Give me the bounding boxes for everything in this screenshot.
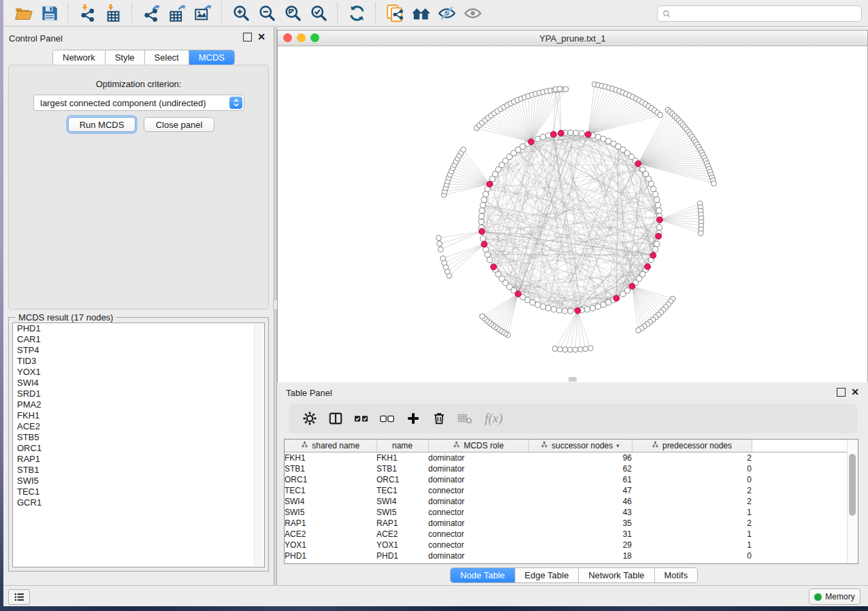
first-neighbors-icon[interactable]: [411, 3, 431, 23]
close-table-panel-icon[interactable]: ✕: [851, 389, 859, 396]
mcds-result-item[interactable]: SWI5: [13, 476, 264, 486]
control-panel-tabs: NetworkStyleSelectMCDS: [52, 50, 235, 65]
memory-button[interactable]: Memory: [809, 589, 861, 605]
mcds-result-item[interactable]: YOX1: [13, 367, 264, 378]
table-row[interactable]: RAP1RAP1dominator352: [285, 518, 848, 529]
table-row[interactable]: SWI5SWI5connector431: [285, 507, 848, 518]
mcds-result-item[interactable]: STP4: [13, 345, 264, 356]
float-table-panel-icon[interactable]: [837, 388, 846, 397]
table-scrollbar-thumb[interactable]: [849, 454, 856, 516]
mcds-result-item[interactable]: SRD1: [13, 389, 264, 399]
settings-gear-icon[interactable]: [301, 410, 319, 427]
node-table-container: shared namenameMCDS rolesuccessor nodes▾…: [284, 439, 858, 564]
optimization-criterion-label: Optimization criterion:: [9, 79, 268, 89]
export-network-icon[interactable]: [141, 3, 161, 23]
close-window-icon[interactable]: [283, 33, 292, 42]
run-mcds-button[interactable]: Run MCDS: [68, 117, 135, 132]
mcds-result-item[interactable]: CAR1: [13, 334, 264, 345]
table-row[interactable]: ACE2ACE2connector311: [285, 529, 848, 540]
zoom-out-icon[interactable]: [257, 3, 277, 23]
network-graph[interactable]: [278, 46, 867, 382]
mcds-result-item[interactable]: STB1: [13, 465, 264, 476]
mcds-result-group: MCDS result (17 nodes) PHD1CAR1STP4TID3Y…: [8, 317, 269, 572]
export-table-icon[interactable]: [167, 3, 187, 23]
tab-motifs[interactable]: Motifs: [655, 568, 698, 582]
search-box[interactable]: [657, 5, 862, 22]
table-toolbar-icons: [297, 410, 478, 427]
table-scrollbar[interactable]: [847, 440, 858, 563]
table-row[interactable]: SWI4SWI4dominator462: [285, 496, 848, 507]
deselect-checks-icon[interactable]: [379, 410, 396, 427]
mcds-result-item[interactable]: FKH1: [13, 410, 264, 421]
column-header-shared-name[interactable]: shared name: [285, 440, 376, 452]
minimize-window-icon[interactable]: [297, 33, 306, 42]
optimization-criterion-select[interactable]: largest connected component (undirected): [33, 95, 244, 111]
search-input[interactable]: [675, 8, 861, 19]
task-history-button[interactable]: [8, 589, 30, 605]
table-row[interactable]: PHD1PHD1dominator180: [285, 550, 848, 561]
mcds-result-item[interactable]: PMA2: [13, 399, 264, 410]
tab-network[interactable]: Network: [53, 50, 106, 65]
table-row[interactable]: STB1STB1dominator620: [285, 463, 848, 474]
show-all-icon[interactable]: [462, 3, 483, 23]
tab-mcds[interactable]: MCDS: [189, 50, 234, 65]
mcds-result-item[interactable]: SWI4: [13, 378, 264, 389]
open-folder-icon[interactable]: [13, 3, 33, 23]
mcds-result-item[interactable]: TEC1: [13, 486, 264, 497]
close-panel-button[interactable]: Close panel: [144, 117, 214, 132]
zoom-selected-icon[interactable]: [308, 3, 329, 23]
mcds-result-item[interactable]: STB5: [13, 432, 264, 443]
mcds-result-item[interactable]: TID3: [13, 356, 264, 367]
hide-selected-icon[interactable]: [436, 3, 457, 23]
zoom-in-icon[interactable]: [231, 3, 251, 23]
column-header-successor-nodes[interactable]: successor nodes▾: [528, 440, 632, 452]
refresh-icon[interactable]: [347, 3, 367, 23]
select-all-checks-icon[interactable]: [353, 410, 370, 427]
mcds-result-item[interactable]: ORC1: [13, 443, 264, 454]
table-panel: Table Panel ✕ f(x) shared namenameMCDS r…: [277, 384, 868, 585]
mcds-result-item[interactable]: PHD1: [13, 323, 264, 334]
import-network-icon[interactable]: [77, 3, 97, 23]
column-header-name[interactable]: name: [376, 440, 428, 452]
table-row[interactable]: TEC1TEC1connector472: [285, 485, 848, 496]
duplicate-network-icon[interactable]: [385, 3, 405, 23]
mcds-result-item[interactable]: ACE2: [13, 421, 264, 432]
import-table-icon[interactable]: [103, 3, 123, 23]
add-column-icon[interactable]: [404, 410, 422, 427]
save-icon[interactable]: [39, 3, 59, 23]
column-header-predecessor-nodes[interactable]: predecessor nodes: [632, 440, 752, 452]
status-bar: Memory: [3, 585, 868, 606]
delete-column-icon[interactable]: [430, 410, 448, 427]
table-panel-title: Table Panel: [286, 388, 332, 398]
mcds-result-item[interactable]: RAP1: [13, 454, 264, 465]
tab-node-table[interactable]: Node Table: [451, 568, 515, 582]
float-panel-icon[interactable]: [243, 33, 252, 42]
toolbar-separator: [67, 3, 69, 23]
zoom-fit-icon[interactable]: [283, 3, 303, 23]
tab-select[interactable]: Select: [145, 50, 189, 65]
mcds-result-item[interactable]: GCR1: [13, 497, 264, 508]
tab-network-table[interactable]: Network Table: [579, 568, 654, 582]
function-builder-icon: f(x): [485, 411, 502, 426]
close-panel-icon[interactable]: ✕: [257, 33, 266, 41]
mcds-panel: Optimization criterion: largest connecte…: [8, 65, 269, 310]
sort-desc-icon: ▾: [616, 442, 620, 449]
control-panel: Control Panel ✕ NetworkStyleSelectMCDS O…: [3, 27, 274, 585]
node-table: shared namenameMCDS rolesuccessor nodes▾…: [285, 440, 848, 561]
app-window: Control Panel ✕ NetworkStyleSelectMCDS O…: [0, 0, 868, 611]
canvas-resize-nub[interactable]: [568, 377, 577, 382]
table-row[interactable]: ORC1ORC1dominator610: [285, 474, 848, 485]
network-canvas[interactable]: [278, 46, 867, 382]
tab-style[interactable]: Style: [106, 50, 145, 65]
export-image-icon[interactable]: [193, 3, 213, 23]
mcds-result-list: PHD1CAR1STP4TID3YOX1SWI4SRD1PMA2FKH1ACE2…: [12, 323, 265, 567]
tab-edge-table[interactable]: Edge Table: [515, 568, 579, 582]
toolbar-separator: [221, 3, 223, 23]
maximize-window-icon[interactable]: [310, 33, 319, 42]
table-row[interactable]: FKH1FKH1dominator962: [285, 452, 848, 464]
memory-status-icon: [814, 593, 822, 601]
split-columns-icon[interactable]: [327, 410, 344, 427]
result-list-scrollbar[interactable]: [254, 324, 263, 566]
column-header-MCDS-role[interactable]: MCDS role: [428, 440, 528, 452]
table-row[interactable]: YOX1YOX1connector291: [285, 540, 848, 550]
